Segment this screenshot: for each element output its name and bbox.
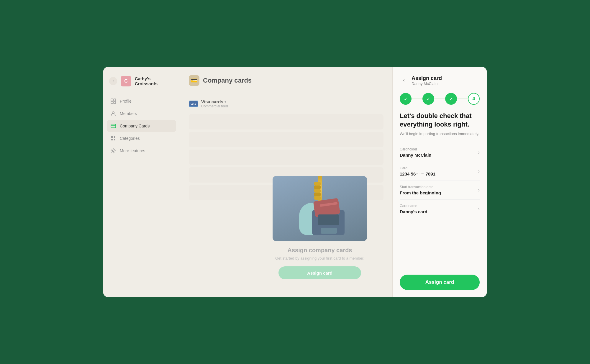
sidebar-item-label-members: Members bbox=[120, 111, 137, 116]
panel-back-button[interactable]: ‹ bbox=[400, 76, 408, 84]
svg-rect-1 bbox=[114, 99, 116, 101]
right-panel: ‹ Assign card Danny McClain ✓ ✓ ✓ 4 Let'… bbox=[392, 67, 487, 297]
blurred-row bbox=[189, 114, 384, 129]
panel-subtitle: Danny McClain bbox=[412, 81, 442, 86]
sidebar: ‹ C Cathy's Croissants Profile Members C… bbox=[103, 67, 180, 297]
sidebar-item-label-more-features: More features bbox=[120, 148, 145, 153]
header-icon: 💳 bbox=[189, 75, 199, 86]
cardname-value: Danny's card bbox=[400, 209, 427, 214]
cardholder-label: Cardholder bbox=[400, 147, 432, 151]
main-content: 💳 Company cards VISA Visa cards ▾ Commer… bbox=[180, 67, 392, 297]
app-container: ‹ C Cathy's Croissants Profile Members C… bbox=[103, 67, 487, 297]
review-item-cardholder[interactable]: Cardholder Danny McClain › bbox=[400, 143, 480, 162]
panel-title: Assign card bbox=[412, 75, 442, 81]
svg-rect-2 bbox=[111, 101, 113, 104]
cardholder-chevron-icon: › bbox=[478, 149, 480, 155]
svg-text:VISA: VISA bbox=[191, 103, 196, 106]
cardname-label: Card name bbox=[400, 204, 427, 208]
card-chevron-icon: › bbox=[478, 168, 480, 174]
step-line-1 bbox=[412, 99, 422, 99]
svg-rect-3 bbox=[114, 101, 116, 104]
panel-heading: Let's double check that everything looks… bbox=[400, 112, 480, 129]
svg-rect-0 bbox=[111, 99, 113, 101]
more-features-icon bbox=[110, 148, 116, 154]
sidebar-item-label-categories: Categories bbox=[120, 136, 140, 141]
step-line-2 bbox=[434, 99, 445, 99]
visa-selector[interactable]: VISA Visa cards ▾ Commercial feed bbox=[189, 99, 384, 108]
sidebar-item-members[interactable]: Members bbox=[107, 108, 176, 119]
assign-card-panel-button[interactable]: Assign card bbox=[400, 275, 480, 290]
empty-state: Assign company cards Get started by assi… bbox=[264, 176, 376, 279]
blurred-row bbox=[189, 132, 384, 147]
empty-state-subtitle: Get started by assigning your first card… bbox=[264, 256, 376, 260]
step-4: 4 bbox=[468, 93, 480, 105]
sidebar-item-more-features[interactable]: More features bbox=[107, 145, 176, 157]
sidebar-item-profile[interactable]: Profile bbox=[107, 95, 176, 107]
sidebar-back-button[interactable]: ‹ bbox=[109, 77, 117, 85]
step-line-3 bbox=[457, 99, 468, 99]
members-icon bbox=[110, 111, 116, 117]
visa-icon: VISA bbox=[189, 101, 198, 107]
sidebar-header: ‹ C Cathy's Croissants bbox=[103, 76, 180, 95]
cardname-chevron-icon: › bbox=[478, 206, 480, 212]
sidebar-nav: Profile Members Company Cards Categories… bbox=[103, 95, 180, 157]
panel-title-group: Assign card Danny McClain bbox=[412, 75, 442, 86]
panel-footer: Assign card bbox=[400, 270, 480, 290]
visa-label: Visa cards bbox=[201, 99, 223, 104]
stepper: ✓ ✓ ✓ 4 bbox=[400, 93, 480, 105]
review-item-card[interactable]: Card 1234 56·· ···· 7891 › bbox=[400, 162, 480, 181]
review-item-date[interactable]: Start transaction date From the beginnin… bbox=[400, 181, 480, 200]
date-value: From the beginning bbox=[400, 190, 441, 195]
empty-illustration bbox=[273, 176, 367, 241]
panel-description: We'll begin importing transactions immed… bbox=[400, 132, 480, 136]
cardholder-value: Danny McClain bbox=[400, 153, 432, 158]
company-cards-icon bbox=[110, 123, 116, 129]
visa-label-group: Visa cards ▾ Commercial feed bbox=[201, 99, 228, 108]
page-title: Company cards bbox=[203, 77, 252, 84]
company-name: Cathy's Croissants bbox=[135, 76, 174, 86]
step-3: ✓ bbox=[445, 93, 457, 105]
empty-state-title: Assign company cards bbox=[264, 247, 376, 254]
card-label: Card bbox=[400, 166, 435, 170]
review-item-cardname[interactable]: Card name Danny's card › bbox=[400, 200, 480, 218]
step-1: ✓ bbox=[400, 93, 412, 105]
date-chevron-icon: › bbox=[478, 187, 480, 193]
blurred-row bbox=[189, 150, 384, 165]
card-value: 1234 56·· ···· 7891 bbox=[400, 171, 435, 176]
feed-label: Commercial feed bbox=[201, 104, 228, 108]
date-label: Start transaction date bbox=[400, 185, 441, 189]
main-header: 💳 Company cards bbox=[180, 67, 392, 93]
assign-card-main-button[interactable]: Assign card bbox=[278, 266, 361, 279]
categories-icon bbox=[110, 135, 116, 141]
company-avatar: C bbox=[121, 76, 131, 86]
sidebar-item-company-cards[interactable]: Company Cards bbox=[107, 120, 176, 132]
sidebar-item-categories[interactable]: Categories bbox=[107, 132, 176, 144]
visa-chevron-icon: ▾ bbox=[224, 100, 226, 104]
review-list: Cardholder Danny McClain › Card 1234 56·… bbox=[400, 143, 480, 218]
svg-point-7 bbox=[112, 150, 114, 152]
sidebar-item-label-profile: Profile bbox=[120, 99, 132, 104]
profile-icon bbox=[110, 98, 116, 104]
cards-area: VISA Visa cards ▾ Commercial feed bbox=[180, 93, 392, 297]
svg-rect-5 bbox=[111, 124, 116, 128]
step-2: ✓ bbox=[422, 93, 434, 105]
sidebar-item-label-company-cards: Company Cards bbox=[120, 124, 150, 128]
panel-header: ‹ Assign card Danny McClain bbox=[400, 75, 480, 86]
